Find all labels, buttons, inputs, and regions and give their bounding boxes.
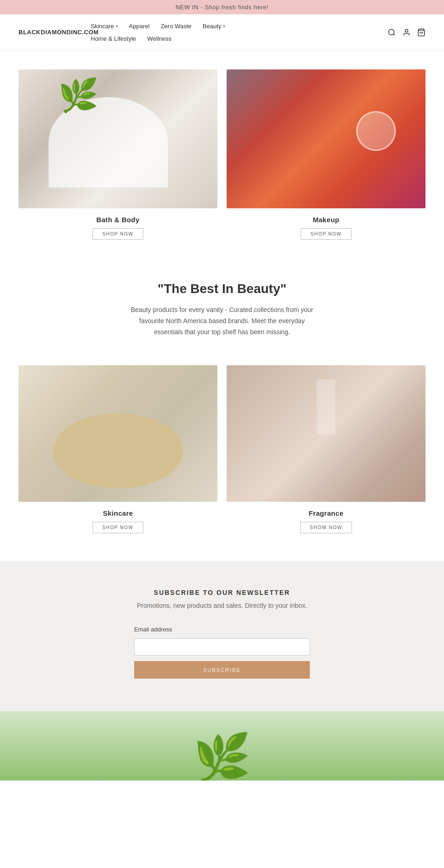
nav-item-home-lifestyle[interactable]: Home & Lifestyle: [86, 33, 141, 44]
cart-button[interactable]: [417, 28, 426, 37]
category-card-fragrance: Fragrance SHOW NOW: [227, 365, 426, 533]
shop-now-button-bath[interactable]: SHOP NOW: [92, 228, 143, 240]
category-title-fragrance: Fragrance: [308, 509, 343, 517]
nav-links: Skincare ▾ Apparel Zero Waste Beauty ▾ H…: [86, 21, 385, 44]
chevron-down-icon: ▾: [223, 24, 225, 29]
chevron-down-icon: ▾: [116, 24, 118, 29]
newsletter-section: SUBSCRIBE TO OUR NEWSLETTER Promotions, …: [0, 561, 444, 711]
plant-decoration: 🌿: [193, 734, 251, 781]
category-title-makeup: Makeup: [313, 216, 339, 224]
subscribe-button[interactable]: SUBSCRIBE: [134, 661, 310, 679]
nav-item-apparel[interactable]: Apparel: [124, 21, 154, 31]
category-card-skincare: Skincare SHOP NOW: [18, 365, 217, 533]
nav-row-bottom: Home & Lifestyle Wellness: [86, 33, 385, 44]
newsletter-form: Email address SUBSCRIBE: [134, 626, 310, 679]
newsletter-title: SUBSCRIBE TO OUR NEWSLETTER: [18, 589, 426, 596]
nav-icons: [388, 28, 426, 37]
login-button[interactable]: [402, 28, 411, 37]
category-card-makeup: Makeup SHOP NOW: [227, 69, 426, 240]
quote-section: "The Best In Beauty" Beauty products for…: [18, 258, 426, 365]
banner-text: NEW IN - Shop fresh finds here!: [175, 4, 268, 11]
nav-item-zerowaste[interactable]: Zero Waste: [156, 21, 196, 31]
category-image-skincare: [18, 365, 217, 502]
quote-text: Beauty products for every vanity - Curat…: [125, 305, 319, 337]
shop-now-button-makeup[interactable]: SHOP NOW: [301, 228, 351, 240]
svg-point-2: [405, 29, 408, 32]
main-nav: BLACKDIAMONDINC.COM Skincare ▾ Apparel Z…: [0, 14, 444, 51]
newsletter-subtitle: Promotions, new products and sales. Dire…: [18, 602, 426, 609]
category-card-bath: Bath & Body SHOP NOW: [18, 69, 217, 240]
shop-now-button-skincare[interactable]: SHOP NOW: [92, 522, 143, 533]
nav-item-wellness[interactable]: Wellness: [142, 33, 176, 44]
category-image-makeup: [227, 69, 426, 208]
shop-now-button-fragrance[interactable]: SHOW NOW: [300, 522, 352, 533]
top-category-grid: Bath & Body SHOP NOW Makeup SHOP NOW: [18, 69, 426, 240]
category-image-fragrance: [227, 365, 426, 502]
bottom-category-grid: Skincare SHOP NOW Fragrance SHOW NOW: [18, 365, 426, 533]
svg-line-1: [393, 34, 395, 35]
footer-image-area: 🌿: [0, 711, 444, 781]
site-logo[interactable]: BLACKDIAMONDINC.COM: [18, 29, 65, 36]
category-title-skincare: Skincare: [103, 509, 133, 517]
svg-point-0: [388, 29, 394, 35]
nav-item-beauty[interactable]: Beauty ▾: [198, 21, 229, 31]
search-icon: [388, 28, 396, 37]
main-content: Bath & Body SHOP NOW Makeup SHOP NOW "Th…: [0, 51, 444, 533]
quote-title: "The Best In Beauty": [56, 281, 388, 296]
search-button[interactable]: [388, 28, 396, 37]
nav-row-top: Skincare ▾ Apparel Zero Waste Beauty ▾: [86, 21, 385, 31]
email-label: Email address: [134, 626, 172, 633]
cart-icon: [417, 28, 426, 37]
top-banner: NEW IN - Shop fresh finds here!: [0, 0, 444, 14]
nav-item-skincare[interactable]: Skincare ▾: [86, 21, 123, 31]
email-input[interactable]: [134, 638, 310, 656]
category-title-bath: Bath & Body: [96, 216, 139, 224]
category-image-bath: [18, 69, 217, 208]
user-icon: [402, 28, 411, 37]
